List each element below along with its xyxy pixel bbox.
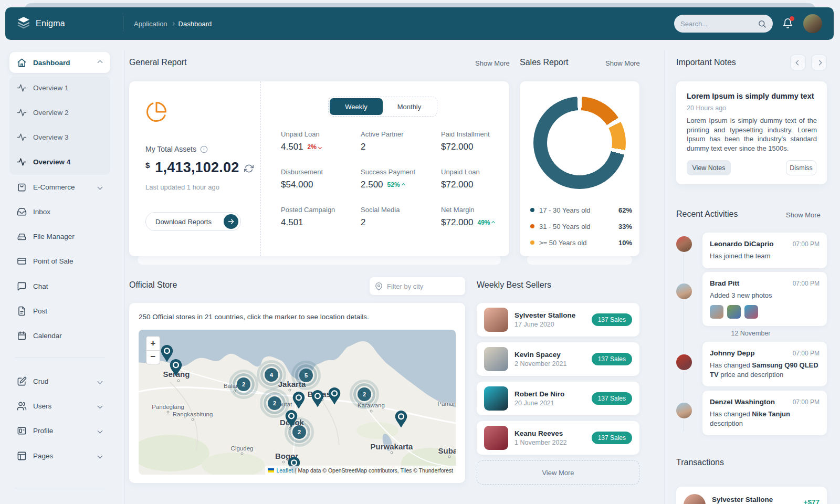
filter-by-city-box[interactable] bbox=[370, 277, 465, 295]
stat-net-margin: Net Margin $72.000 49% bbox=[441, 206, 517, 228]
sidebar-item-calendar[interactable]: Calendar bbox=[9, 325, 110, 346]
search-box[interactable] bbox=[674, 15, 773, 33]
store-marker[interactable] bbox=[395, 411, 407, 427]
search-icon[interactable] bbox=[758, 19, 766, 28]
notifications-bell[interactable] bbox=[782, 17, 794, 30]
best-seller-item[interactable]: Keanu Reeves1 November 2022 137 Sales bbox=[477, 421, 639, 455]
notes-prev-button[interactable] bbox=[790, 55, 806, 70]
store-cluster-marker[interactable]: 2 bbox=[292, 425, 306, 439]
sidebar-item-pages[interactable]: Pages bbox=[9, 445, 110, 466]
sidebar-item-chat[interactable]: Chat bbox=[9, 276, 110, 297]
right-column-border bbox=[664, 50, 665, 504]
calendar-icon bbox=[17, 331, 27, 341]
sidebar-item-file-manager[interactable]: File Manager bbox=[9, 226, 110, 247]
filter-by-city-input[interactable] bbox=[387, 282, 455, 290]
dismiss-button[interactable]: Dismiss bbox=[786, 160, 816, 175]
product-name: Nike Tanjun bbox=[752, 410, 790, 418]
chevron-left-icon bbox=[795, 60, 801, 65]
sales-report-title: Sales Report bbox=[520, 58, 569, 67]
activity-icon bbox=[17, 132, 27, 142]
activity-item[interactable]: Leonardo DiCaprio 07:00 PM Has joined th… bbox=[702, 233, 827, 268]
breadcrumb-separator-icon bbox=[171, 22, 175, 25]
brand[interactable]: Enigma bbox=[17, 16, 123, 32]
sidebar-divider bbox=[15, 358, 105, 358]
best-seller-item[interactable]: Kevin Spacey2 November 2021 137 Sales bbox=[477, 342, 639, 376]
official-store-title: Official Store bbox=[129, 280, 177, 290]
sidebar-divider bbox=[15, 488, 105, 488]
sidebar-item-dashboard[interactable]: Dashboard bbox=[9, 52, 110, 73]
photo-thumbnail[interactable] bbox=[744, 305, 758, 319]
notes-next-button[interactable] bbox=[811, 55, 827, 70]
sidebar-border bbox=[124, 50, 125, 504]
general-report-show-more[interactable]: Show More bbox=[475, 59, 510, 67]
tab-monthly[interactable]: Monthly bbox=[383, 98, 436, 115]
sales-report-show-more[interactable]: Show More bbox=[605, 59, 640, 67]
activity-icon bbox=[17, 108, 27, 118]
user-avatar[interactable] bbox=[803, 14, 822, 33]
view-notes-button[interactable]: View Notes bbox=[687, 160, 731, 175]
activity-item[interactable]: Brad Pitt 07:00 PM Added 3 new photos bbox=[702, 272, 827, 326]
download-reports-button[interactable]: Download Reports bbox=[145, 212, 241, 231]
delta-down-badge: 2% bbox=[308, 143, 321, 151]
map-city-label: Cigudeg bbox=[231, 445, 254, 452]
id-card-icon bbox=[17, 426, 27, 436]
leaflet-link[interactable]: Leaflet bbox=[276, 467, 293, 474]
sidebar-item-overview-3[interactable]: Overview 3 bbox=[9, 127, 110, 148]
age-donut-chart[interactable] bbox=[533, 97, 626, 189]
activity-icon bbox=[17, 157, 27, 167]
breadcrumb-application[interactable]: Application bbox=[134, 20, 167, 28]
sidebar-item-users[interactable]: Users bbox=[9, 395, 110, 416]
best-seller-item[interactable]: Robert De Niro20 June 2021 137 Sales bbox=[477, 382, 639, 415]
legend-dot bbox=[530, 224, 534, 228]
store-marker[interactable] bbox=[292, 392, 305, 408]
sidebar-item-overview-2[interactable]: Overview 2 bbox=[9, 102, 110, 123]
store-description: 250 Official stores in 21 countries, cli… bbox=[139, 313, 369, 321]
photo-thumbnail[interactable] bbox=[727, 305, 741, 319]
sidebar-item-overview-1[interactable]: Overview 1 bbox=[9, 77, 110, 98]
refresh-icon[interactable] bbox=[244, 164, 254, 173]
search-input[interactable] bbox=[680, 20, 749, 28]
store-cluster-marker[interactable]: 4 bbox=[265, 368, 278, 382]
sidebar-item-overview-4[interactable]: Overview 4 bbox=[9, 151, 110, 172]
recent-activities-show-more[interactable]: Show More bbox=[786, 211, 821, 219]
transaction-item[interactable]: Sylvester Stallone +$77 bbox=[676, 487, 827, 504]
legend-17-30: 17 - 30 Years old 62% bbox=[530, 206, 632, 214]
photo-thumbnail[interactable] bbox=[710, 305, 723, 319]
note-card-time: 20 Hours ago bbox=[687, 104, 726, 112]
zoom-in-button[interactable]: + bbox=[146, 337, 160, 351]
breadcrumb-dashboard[interactable]: Dashboard bbox=[178, 20, 212, 28]
avatar bbox=[675, 235, 694, 254]
store-cluster-marker[interactable]: 5 bbox=[299, 369, 313, 382]
sidebar-item-post[interactable]: Post bbox=[9, 300, 110, 321]
map-pin-icon bbox=[375, 282, 383, 290]
general-report-title: General Report bbox=[129, 58, 186, 67]
store-map[interactable]: Serang Balaraja Pandeglang Rangkasbitung… bbox=[139, 330, 456, 475]
total-assets-label: My Total Assets bbox=[145, 145, 208, 153]
activity-item[interactable]: Johnny Depp 07:00 PM Has changed Samsung… bbox=[702, 342, 827, 386]
view-more-button[interactable]: View More bbox=[477, 460, 639, 485]
delta-up-badge: 49% bbox=[477, 219, 495, 226]
breadcrumb: Application Dashboard bbox=[134, 20, 212, 28]
avatar bbox=[484, 386, 508, 411]
chevron-down-icon bbox=[98, 453, 103, 458]
file-text-icon bbox=[17, 306, 27, 316]
chevron-down-icon bbox=[98, 184, 103, 190]
sidebar-item-crud[interactable]: Crud bbox=[9, 371, 110, 392]
sidebar-item-point-of-sale[interactable]: Point of Sale bbox=[9, 250, 110, 271]
activity-item[interactable]: Denzel Washington 07:00 PM Has changed N… bbox=[702, 391, 827, 435]
period-toggle: Weekly Monthly bbox=[328, 97, 437, 117]
store-marker[interactable] bbox=[328, 387, 341, 404]
sidebar-item-ecommerce[interactable]: E-Commerce bbox=[9, 176, 110, 197]
edit-icon bbox=[17, 376, 27, 386]
sidebar-item-inbox[interactable]: Inbox bbox=[9, 201, 110, 222]
store-cluster-marker[interactable]: 2 bbox=[358, 387, 371, 401]
store-cluster-marker[interactable]: 2 bbox=[237, 377, 250, 391]
store-cluster-marker[interactable]: 2 bbox=[268, 396, 281, 410]
best-seller-item[interactable]: Sylvester Stallone17 June 2020 137 Sales bbox=[477, 303, 639, 337]
zoom-out-button[interactable]: − bbox=[146, 351, 160, 364]
info-icon[interactable] bbox=[200, 145, 208, 153]
store-marker[interactable] bbox=[170, 359, 182, 376]
store-marker[interactable] bbox=[311, 390, 324, 407]
sidebar-item-profile[interactable]: Profile bbox=[9, 420, 110, 441]
tab-weekly[interactable]: Weekly bbox=[330, 98, 383, 115]
